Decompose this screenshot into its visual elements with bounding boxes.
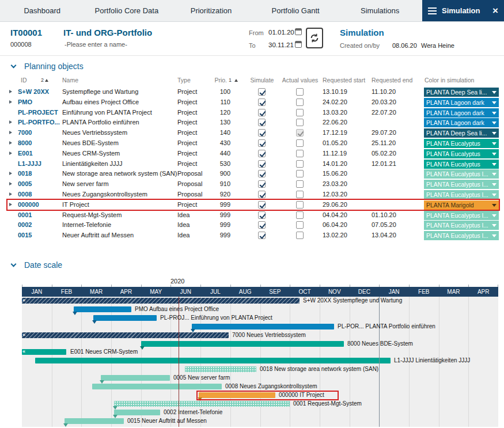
actual-values-checkbox[interactable]: [296, 160, 304, 168]
col-header-type[interactable]: Type: [177, 77, 191, 84]
calendar-icon[interactable]: [295, 28, 302, 35]
color-dropdown[interactable]: PLANTA Deep Sea li...: [424, 88, 499, 97]
simulate-checkbox[interactable]: [258, 139, 266, 147]
actual-values-checkbox[interactable]: [296, 88, 304, 96]
row-id[interactable]: PL-PORTFO...: [18, 118, 60, 127]
from-date-field[interactable]: 01.01.20: [268, 29, 294, 36]
refresh-button[interactable]: [306, 28, 323, 48]
planning-row[interactable]: 0008Neues ZugangskontrollsystemProposal9…: [7, 190, 499, 199]
color-dropdown[interactable]: PLANTA Eucalyptus: [424, 149, 499, 158]
nav-tab[interactable]: Simulations: [338, 0, 422, 21]
color-dropdown[interactable]: PLANTA Eucalyptus l...: [424, 211, 499, 220]
expand-arrow-icon[interactable]: [9, 120, 12, 124]
row-id[interactable]: 8000: [18, 138, 32, 148]
color-dropdown[interactable]: PLANTA Eucalyptus l...: [424, 221, 499, 230]
expand-arrow-icon[interactable]: [9, 192, 12, 196]
planning-row[interactable]: PMOAufbau eines Project OfficeProject110…: [7, 97, 499, 107]
color-dropdown[interactable]: PLANTA Marigold: [424, 200, 499, 210]
gantt-bar[interactable]: [114, 401, 290, 407]
gantt-bar[interactable]: [114, 410, 160, 415]
color-dropdown[interactable]: PLANTA Eucalyptus l...: [424, 169, 499, 179]
row-id[interactable]: S+W 20XX: [18, 87, 49, 97]
col-header-name[interactable]: Name: [62, 77, 78, 84]
col-header-requested-end[interactable]: Requested end: [372, 77, 412, 84]
col-header-prio[interactable]: Prio.1: [200, 77, 238, 84]
simulate-checkbox[interactable]: [258, 170, 266, 177]
simulate-checkbox[interactable]: [258, 191, 266, 198]
color-dropdown[interactable]: PLANTA Eucalyptus l...: [424, 180, 499, 189]
simulate-checkbox[interactable]: [258, 160, 266, 168]
col-header-simulate[interactable]: Simulate: [242, 77, 282, 84]
color-dropdown[interactable]: PLANTA Eucalyptus: [424, 160, 499, 169]
nav-tab[interactable]: Portfolio Gantt: [253, 0, 338, 21]
planning-row[interactable]: 0018New storage area network system (SAN…: [7, 169, 499, 179]
gantt-bar[interactable]: [192, 324, 334, 329]
row-id[interactable]: PL-PROJECT: [18, 108, 58, 118]
gantt-bar[interactable]: [93, 315, 157, 321]
color-dropdown[interactable]: PLANTA Lagoon dark: [424, 108, 499, 118]
actual-values-checkbox[interactable]: [296, 150, 304, 157]
simulate-checkbox[interactable]: [258, 109, 266, 116]
color-dropdown[interactable]: PLANTA Eucalyptus: [424, 139, 499, 148]
planning-row[interactable]: 7000Neues VertriebssystemProject14017.12…: [7, 128, 499, 138]
gantt-bar[interactable]: [185, 366, 256, 372]
actual-values-checkbox[interactable]: [296, 221, 304, 229]
actual-values-checkbox[interactable]: [296, 129, 304, 137]
simulate-checkbox[interactable]: [258, 119, 266, 126]
col-header-requested-start[interactable]: Requested start: [323, 77, 365, 84]
simulate-checkbox[interactable]: [258, 180, 266, 188]
planning-row[interactable]: 8000Neues BDE-SystemProject43001.05.2025…: [7, 138, 499, 148]
simulate-checkbox[interactable]: [258, 99, 266, 106]
row-id[interactable]: 0005: [18, 179, 32, 189]
row-id[interactable]: E001: [18, 149, 33, 158]
row-id[interactable]: 0001: [18, 210, 32, 220]
actual-values-checkbox[interactable]: [296, 201, 304, 209]
expand-arrow-icon[interactable]: [9, 182, 12, 185]
actual-values-checkbox[interactable]: [296, 211, 304, 219]
color-dropdown[interactable]: PLANTA Eucalyptus l...: [424, 190, 499, 199]
row-id[interactable]: 7000: [18, 128, 32, 138]
calendar-icon[interactable]: [295, 41, 302, 48]
actual-values-checkbox[interactable]: [296, 180, 304, 188]
simulate-checkbox[interactable]: [258, 88, 266, 96]
planning-row[interactable]: L1-JJJJLinientätigkeiten JJJJProject5301…: [7, 159, 499, 169]
simulate-checkbox[interactable]: [258, 221, 266, 229]
planning-row[interactable]: E001Neues CRM-SystemProject44011.12.1905…: [7, 149, 499, 158]
row-id[interactable]: 0018: [18, 169, 32, 179]
gantt-bar[interactable]: [65, 418, 124, 424]
actual-values-checkbox[interactable]: [296, 232, 304, 239]
expand-arrow-icon[interactable]: [9, 151, 12, 155]
expand-arrow-icon[interactable]: [9, 141, 12, 145]
planning-row[interactable]: 0001Request-Mgt-SystemIdea99904.04.2001.…: [7, 210, 499, 220]
color-dropdown[interactable]: PLANTA Lagoon dark: [424, 98, 499, 107]
col-header-actual-values[interactable]: Actual values: [278, 77, 322, 84]
actual-values-checkbox[interactable]: [296, 170, 304, 177]
color-dropdown[interactable]: PLANTA Eucalyptus l...: [424, 231, 499, 240]
nav-tab[interactable]: Prioritization: [169, 0, 253, 21]
expand-arrow-icon[interactable]: [9, 100, 12, 104]
gantt-bar[interactable]: [141, 341, 344, 347]
row-id[interactable]: PMO: [18, 97, 32, 107]
expand-arrow-icon[interactable]: [9, 203, 12, 206]
simulate-checkbox[interactable]: [258, 232, 266, 239]
gantt-bar[interactable]: [92, 384, 222, 389]
actual-values-checkbox[interactable]: [296, 139, 304, 147]
expand-arrow-icon[interactable]: [9, 172, 12, 175]
close-icon[interactable]: ×: [492, 6, 498, 16]
col-header-color[interactable]: Color in simulation: [425, 77, 474, 84]
gantt-bar[interactable]: «: [22, 332, 229, 338]
section-date-scale[interactable]: Date scale: [12, 260, 62, 270]
row-id[interactable]: L1-JJJJ: [18, 159, 41, 169]
planning-row[interactable]: 0002Internet-TelefonieIdea99906.04.2007.…: [7, 220, 499, 230]
gantt-bar[interactable]: [101, 375, 170, 381]
tab-simulation-active[interactable]: Simulation ×: [422, 0, 504, 21]
actual-values-checkbox[interactable]: [296, 109, 304, 116]
to-date-field[interactable]: 30.11.21: [268, 41, 294, 48]
gantt-bar[interactable]: «: [22, 349, 66, 355]
portfolio-name-placeholder[interactable]: -Please enter a name-: [65, 41, 127, 48]
simulate-checkbox[interactable]: [258, 129, 266, 137]
expand-arrow-icon[interactable]: [9, 90, 12, 93]
gantt-bar[interactable]: [74, 306, 131, 312]
planning-row[interactable]: 000000IT ProjectProject99929.06.20PLANTA…: [7, 200, 499, 210]
row-id[interactable]: 0002: [18, 220, 32, 230]
